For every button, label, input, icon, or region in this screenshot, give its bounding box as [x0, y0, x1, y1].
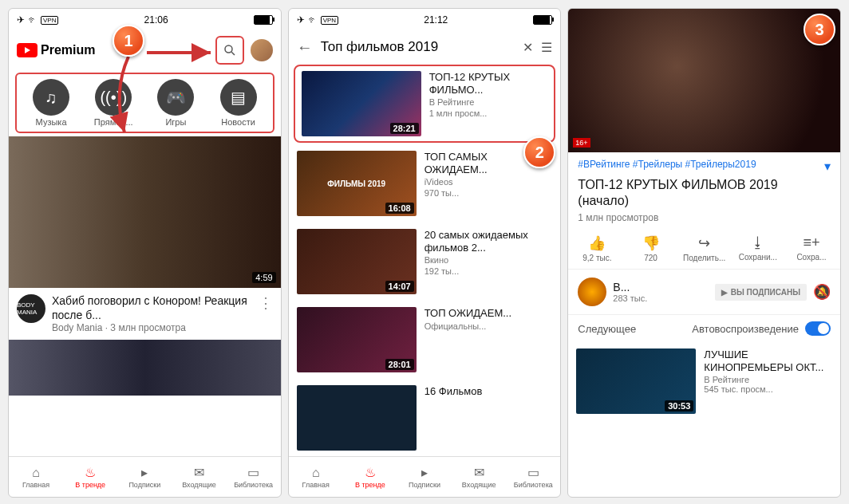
search-input[interactable] [321, 37, 515, 57]
result-title: ТОП ОЖИДАЕМ... [424, 307, 553, 320]
video-card[interactable]: 4:59 BODY MANIA Хабиб поговорил с Коноро… [9, 136, 281, 340]
marker-1: 1 [113, 25, 144, 57]
like-count: 9,2 тыс. [582, 254, 611, 262]
age-badge: 16+ [573, 138, 590, 148]
library-icon: ▭ [527, 465, 539, 480]
search-icon [223, 43, 237, 57]
search-result-item[interactable]: 16 Фильмов [289, 379, 561, 456]
tab-music[interactable]: ♫ Музыка [27, 79, 75, 127]
result-thumbnail[interactable]: 28:01 [297, 307, 417, 372]
result-views: 970 ты... [424, 188, 553, 198]
app-header: Premium [9, 31, 281, 69]
result-title: ТОП-12 КРУТЫХ ФИЛЬМО... [429, 71, 548, 96]
youtube-mini-icon: ▶ [721, 288, 728, 297]
channel-row[interactable]: В... 283 тыс. ▶ ВЫ ПОДПИСАНЫ 🔕 [568, 270, 840, 315]
result-thumbnail[interactable]: ФИЛЬМЫ 2019 16:08 [297, 151, 417, 216]
bell-icon[interactable]: 🔕 [813, 283, 831, 301]
vpn-icon: VPN [321, 16, 338, 25]
save-label: Сохра... [796, 253, 826, 262]
subscribed-button[interactable]: ▶ ВЫ ПОДПИСАНЫ [715, 284, 807, 301]
channel-icon[interactable]: BODY MANIA [17, 294, 45, 323]
video-tags[interactable]: #ВРейтинге #Трейлеры #Трейлеры2019 [578, 159, 756, 174]
video-thumbnail-partial[interactable] [9, 340, 281, 396]
nav-home[interactable]: ⌂Главная [9, 457, 63, 497]
search-button[interactable] [215, 36, 244, 65]
mail-icon: ✉ [194, 465, 204, 480]
result-thumbnail[interactable]: 30:53 [576, 348, 696, 414]
search-result-item[interactable]: 28:01 ТОП ОЖИДАЕМ... Официальны... [289, 301, 561, 379]
marker-3: 3 [804, 14, 835, 45]
filter-icon[interactable]: ☰ [541, 40, 552, 55]
download-button[interactable]: ⭳Сохрани... [734, 234, 782, 262]
channel-avatar[interactable] [578, 278, 606, 306]
dislike-button[interactable]: 👎720 [627, 234, 675, 262]
clear-icon[interactable]: ✕ [523, 40, 533, 55]
subscriptions-icon: ▸ [141, 465, 148, 480]
svg-point-1 [225, 45, 232, 53]
result-thumbnail[interactable]: 28:21 [302, 71, 421, 136]
airplane-icon: ✈ [297, 14, 305, 26]
more-icon[interactable]: ⋮ [259, 294, 273, 312]
tab-label: Новости [221, 117, 255, 127]
save-icon: ≡+ [803, 234, 819, 251]
watch-views: 1 млн просмотров [568, 212, 840, 228]
nav-subscriptions[interactable]: ▸Подписки [397, 457, 452, 497]
category-tabstrip: ♫ Музыка ((•)) Прямой... 🎮 Игры ▤ Новост… [15, 73, 274, 133]
nav-subscriptions[interactable]: ▸Подписки [117, 457, 172, 497]
search-result-item[interactable]: 28:21 ТОП-12 КРУТЫХ ФИЛЬМО... В Рейтинге… [294, 65, 556, 143]
gaming-icon: 🎮 [157, 79, 194, 116]
tab-live[interactable]: ((•)) Прямой... [89, 79, 137, 127]
result-thumbnail[interactable]: 14:07 [297, 229, 417, 294]
autoplay-toggle[interactable] [805, 321, 831, 336]
result-channel: В Рейтинге [429, 97, 548, 107]
upnext-item[interactable]: 30:53 ЛУЧШИЕ КИНОПРЕМЬЕРЫ ОКТ... В Рейти… [568, 342, 840, 420]
like-button[interactable]: 👍9,2 тыс. [573, 234, 621, 262]
nav-label: Главная [302, 481, 330, 489]
save-button[interactable]: ≡+Сохра... [788, 234, 835, 262]
search-results[interactable]: 28:21 ТОП-12 КРУТЫХ ФИЛЬМО... В Рейтинге… [289, 63, 561, 456]
video-thumbnail[interactable]: 4:59 [9, 136, 281, 288]
duration-badge: 28:01 [385, 359, 414, 370]
tab-gaming[interactable]: 🎮 Игры [152, 79, 199, 127]
video-title: Хабиб поговорил с Конором! Реакция после… [52, 294, 252, 322]
home-icon: ⌂ [312, 466, 320, 480]
share-label: Поделить... [683, 254, 725, 262]
video-tags-row: #ВРейтинге #Трейлеры #Трейлеры2019 ▾ [568, 152, 840, 175]
status-bar: ✈ ᯤ VPN 21:12 [289, 9, 561, 31]
expand-icon[interactable]: ▾ [824, 159, 831, 174]
video-player[interactable]: 16+ [568, 9, 840, 152]
trending-icon: ♨ [85, 465, 96, 480]
youtube-logo[interactable]: Premium [17, 43, 95, 57]
tab-news[interactable]: ▤ Новости [215, 79, 263, 127]
nav-label: Главная [22, 481, 49, 489]
home-feed[interactable]: 4:59 BODY MANIA Хабиб поговорил с Коноро… [9, 136, 281, 456]
tab-label: Прямой... [94, 117, 133, 127]
dislike-count: 720 [644, 254, 657, 262]
search-result-item[interactable]: 14:07 20 самых ожидаемых фильмов 2... Вк… [289, 222, 561, 301]
nav-inbox[interactable]: ✉Входящие [172, 457, 226, 497]
svg-line-2 [231, 52, 235, 55]
back-icon[interactable]: ← [297, 38, 313, 57]
premium-label: Premium [41, 43, 95, 57]
nav-library[interactable]: ▭Библиотека [227, 457, 281, 497]
nav-inbox[interactable]: ✉Входящие [452, 457, 506, 497]
status-time: 21:12 [424, 14, 448, 26]
result-channel: Официальны... [424, 321, 553, 331]
video-subtitle: Body Mania · 3 млн просмотра [52, 322, 252, 333]
result-thumbnail[interactable] [297, 385, 417, 451]
live-icon: ((•)) [95, 79, 132, 116]
nav-trending[interactable]: ♨В тренде [63, 457, 117, 497]
nav-library[interactable]: ▭Библиотека [506, 457, 560, 497]
vpn-icon: VPN [41, 16, 58, 25]
nav-trending[interactable]: ♨В тренде [343, 457, 397, 497]
search-result-item[interactable]: ФИЛЬМЫ 2019 16:08 ТОП САМЫХ ОЖИДАЕМ... i… [289, 144, 561, 222]
duration-badge: 14:07 [385, 281, 414, 292]
account-avatar[interactable] [251, 39, 273, 61]
share-button[interactable]: ↪Поделить... [681, 234, 729, 262]
upnext-label: Следующее [578, 323, 636, 335]
up-next-header: Следующее Автовоспроизведение [568, 315, 840, 342]
download-icon: ⭳ [751, 234, 765, 251]
watch-title: ТОП-12 КРУТЫХ ФИЛЬМОВ 2019 (начало) [568, 175, 840, 212]
duration-badge: 16:08 [385, 203, 414, 214]
nav-home[interactable]: ⌂Главная [289, 457, 343, 497]
